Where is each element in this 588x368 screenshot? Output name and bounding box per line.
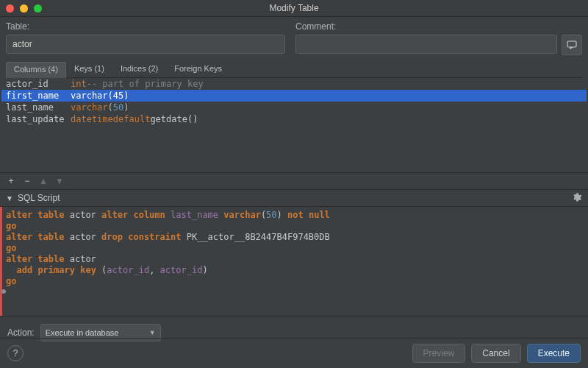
action-label: Action: bbox=[7, 328, 35, 338]
svg-rect-0 bbox=[567, 41, 576, 47]
tab-keys[interactable]: Keys (1) bbox=[66, 61, 112, 77]
remove-column-button[interactable]: − bbox=[22, 176, 32, 186]
comment-icon bbox=[567, 40, 577, 49]
execute-button[interactable]: Execute bbox=[527, 344, 581, 363]
preview-button[interactable]: Preview bbox=[412, 344, 466, 363]
comment-label: Comment: bbox=[295, 21, 582, 32]
move-up-button[interactable]: ▲ bbox=[38, 176, 49, 186]
column-row[interactable]: last_name varchar(50) bbox=[1, 102, 587, 113]
table-label: Table: bbox=[6, 21, 285, 32]
sql-script-editor[interactable]: alter table actor alter column last_name… bbox=[0, 207, 588, 316]
gear-icon[interactable] bbox=[572, 192, 582, 205]
dialog-footer: ? Preview Cancel Execute bbox=[0, 338, 588, 368]
sql-change-gutter bbox=[0, 207, 2, 316]
help-button[interactable]: ? bbox=[7, 345, 24, 361]
sql-section-title: SQL Script bbox=[18, 193, 60, 203]
window-title: Modify Table bbox=[0, 3, 588, 13]
column-row[interactable]: first_name varchar(45) bbox=[1, 90, 587, 102]
sql-section-header[interactable]: ▼ SQL Script bbox=[0, 190, 588, 207]
comment-expand-button[interactable] bbox=[562, 35, 582, 55]
tabs: Columns (4)Keys (1)Indices (2)Foreign Ke… bbox=[6, 61, 582, 78]
form-row: Table: Comment: bbox=[0, 17, 588, 55]
chevron-down-icon: ▼ bbox=[6, 194, 13, 202]
tab-foreign-keys[interactable]: Foreign Keys bbox=[166, 61, 230, 77]
action-selected: Execute in database bbox=[46, 328, 119, 337]
column-row[interactable]: last_updatedatetime default getdate() bbox=[1, 113, 587, 125]
tab-columns[interactable]: Columns (4) bbox=[6, 62, 66, 78]
comment-input[interactable] bbox=[295, 35, 557, 54]
columns-list[interactable]: actor_id int -- part of primary keyfirst… bbox=[1, 78, 587, 125]
cancel-button[interactable]: Cancel bbox=[471, 344, 520, 363]
chevron-down-icon: ▼ bbox=[149, 329, 156, 336]
move-down-button[interactable]: ▼ bbox=[54, 176, 65, 186]
columns-toolbar: + − ▲ ▼ bbox=[0, 172, 588, 190]
table-name-input[interactable] bbox=[6, 35, 285, 54]
titlebar: Modify Table bbox=[0, 0, 588, 17]
tab-indices[interactable]: Indices (2) bbox=[112, 61, 166, 77]
add-column-button[interactable]: + bbox=[6, 176, 16, 186]
column-row[interactable]: actor_id int -- part of primary key bbox=[1, 78, 587, 90]
fold-icon[interactable] bbox=[1, 289, 6, 294]
